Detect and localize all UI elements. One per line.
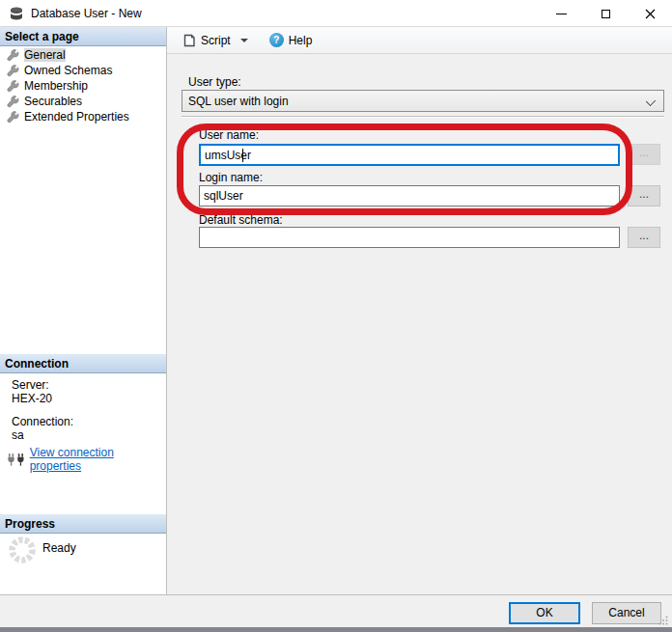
resize-grip[interactable] bbox=[658, 616, 668, 625]
default-schema-input[interactable] bbox=[199, 227, 620, 248]
sidebar-item-securables[interactable]: Securables bbox=[0, 94, 166, 109]
sidebar-item-label: Extended Properties bbox=[24, 110, 129, 124]
sidebar-item-label: General bbox=[24, 48, 66, 62]
wrench-icon bbox=[7, 80, 19, 93]
wrench-icon bbox=[7, 49, 19, 62]
database-user-new-dialog: Database User - New Select a page Genera… bbox=[0, 0, 672, 632]
script-label: Script bbox=[201, 34, 231, 47]
sidebar-item-label: Owned Schemas bbox=[24, 64, 112, 77]
window-bottom-edge bbox=[0, 627, 672, 632]
server-value: HEX-20 bbox=[12, 392, 52, 405]
sidebar-item-label: Membership bbox=[24, 79, 88, 93]
spinner-icon bbox=[8, 536, 37, 564]
chevron-down-icon[interactable] bbox=[240, 39, 248, 42]
wrench-icon bbox=[7, 111, 19, 124]
user-type-value: SQL user with login bbox=[188, 95, 289, 108]
maximize-icon bbox=[602, 10, 610, 18]
toolbar: Script ? Help bbox=[167, 27, 672, 54]
sidebar-item-label: Securables bbox=[24, 95, 82, 108]
minimize-icon bbox=[556, 14, 567, 14]
sidebar: Select a page General Owned Schemas Memb… bbox=[0, 27, 167, 595]
login-name-label: Login name: bbox=[199, 171, 263, 184]
view-connection-properties-link[interactable]: View connection properties bbox=[30, 446, 166, 473]
chevron-down-icon bbox=[646, 96, 656, 106]
sidebar-item-extended-properties[interactable]: Extended Properties bbox=[0, 109, 166, 124]
help-button[interactable]: ? Help bbox=[266, 30, 317, 51]
connection-value: sa bbox=[12, 428, 24, 442]
main-panel: Script ? Help User type: SQL user with l… bbox=[167, 27, 672, 595]
help-icon: ? bbox=[269, 33, 284, 47]
login-name-input[interactable] bbox=[199, 185, 620, 206]
select-a-page-header: Select a page bbox=[0, 27, 166, 46]
user-name-input[interactable] bbox=[199, 144, 620, 166]
server-label: Server: bbox=[12, 378, 49, 392]
plug-icon bbox=[8, 453, 26, 467]
database-icon bbox=[10, 7, 23, 20]
user-name-label: User name: bbox=[199, 128, 259, 142]
login-name-browse-button[interactable]: ... bbox=[628, 185, 660, 206]
progress-status: Ready bbox=[42, 541, 76, 555]
view-connection-properties-row: View connection properties bbox=[8, 446, 166, 473]
user-type-label: User type: bbox=[188, 75, 241, 89]
connection-label: Connection: bbox=[12, 415, 73, 428]
cancel-button[interactable]: Cancel bbox=[592, 602, 661, 624]
text-caret bbox=[242, 149, 243, 162]
sidebar-item-general[interactable]: General bbox=[0, 47, 166, 63]
window-titlebar: Database User - New bbox=[0, 0, 672, 27]
sidebar-item-owned-schemas[interactable]: Owned Schemas bbox=[0, 63, 166, 78]
default-schema-label: Default schema: bbox=[199, 213, 283, 227]
user-name-browse-button[interactable]: ... bbox=[628, 144, 660, 165]
script-button[interactable]: Script bbox=[179, 30, 258, 51]
window-title: Database User - New bbox=[31, 7, 142, 20]
script-icon bbox=[182, 34, 196, 47]
progress-header: Progress bbox=[0, 514, 166, 534]
wrench-icon bbox=[7, 65, 19, 77]
ok-button[interactable]: OK bbox=[509, 602, 580, 624]
minimize-button[interactable] bbox=[539, 0, 583, 27]
connection-header: Connection bbox=[0, 354, 166, 373]
help-label: Help bbox=[289, 34, 313, 47]
footer: OK Cancel bbox=[0, 595, 672, 627]
close-icon bbox=[645, 9, 656, 19]
user-type-dropdown[interactable]: SQL user with login bbox=[182, 90, 664, 112]
group-separator bbox=[182, 116, 664, 118]
default-schema-browse-button[interactable]: ... bbox=[628, 227, 660, 248]
sidebar-item-membership[interactable]: Membership bbox=[0, 78, 166, 94]
wrench-icon bbox=[7, 96, 19, 108]
maximize-button[interactable] bbox=[583, 0, 628, 27]
close-button[interactable] bbox=[628, 0, 672, 27]
